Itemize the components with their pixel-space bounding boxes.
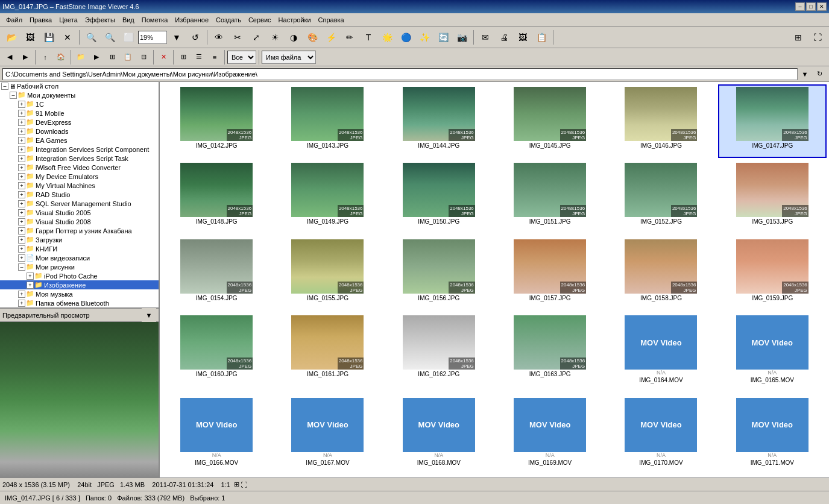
minimize-button[interactable]: – [795,2,805,11]
menu-colors[interactable]: Цвета [55,15,81,25]
address-dropdown-button[interactable]: ▼ [798,67,812,81]
back-button[interactable]: ◀ [2,50,17,65]
tree-expand-downloads[interactable]: + [18,128,25,135]
tree-expand-myvideos[interactable]: + [18,254,25,262]
sharpen-button[interactable]: ⚡ [322,29,340,46]
thumb-item-2[interactable]: 2048x1536JPEGIMG_0144.JPG [385,84,493,158]
resize-button[interactable]: ⤢ [247,29,265,46]
view-btn2[interactable]: 📋 [121,50,135,65]
menu-help[interactable]: Справка [315,15,348,25]
copy-button[interactable]: 📋 [532,29,550,46]
rotate-left-button[interactable]: ↺ [186,29,204,46]
tree-node-myvideos[interactable]: +📄Мои видеозаписи [0,253,159,262]
tree-expand-mydevice[interactable]: + [18,173,25,180]
thumb-item-21[interactable]: 2048x1536JPEGIMG_0163.JPG [496,313,604,392]
tree-node-mydevice[interactable]: +📁My Device Emulators [0,172,159,181]
tree-node-1c[interactable]: +📁1С [0,99,159,109]
tree-node-radstudio[interactable]: +📁RAD Studio [0,190,159,199]
tree-node-downloads[interactable]: +📁Downloads [0,127,159,136]
tree-node-eagames[interactable]: +📁EA Games [0,136,159,145]
wallpaper-button[interactable]: 🖼 [514,29,532,46]
refresh-button[interactable]: ↻ [812,67,827,81]
tree-expand-mydocs[interactable]: – [10,92,17,99]
thumb-item-5[interactable]: 2048x1536JPEGIMG_0147.JPG [718,84,827,158]
thumb-item-6[interactable]: 2048x1536JPEGIMG_0148.JPG [162,160,271,234]
tree-node-knigi[interactable]: +📁КНИГИ [0,244,159,253]
tree-node-desktop[interactable]: –🖥Рабочий стол [0,82,159,90]
thumb-item-3[interactable]: 2048x1536JPEGIMG_0145.JPG [496,84,604,158]
thumb-item-14[interactable]: 2048x1536JPEGIMG_0156.JPG [385,237,493,310]
thumb-item-4[interactable]: 2048x1536JPEGIMG_0146.JPG [607,84,715,158]
thumb-item-13[interactable]: 2048x1536JPEGIMG_0155.JPG [273,237,382,310]
text-button[interactable]: T [359,29,377,46]
zoom-arrow-button[interactable]: ▼ [168,29,186,46]
view-btn3[interactable]: ⊟ [136,50,151,65]
tree-node-izobrazhenie[interactable]: +📁Изображение [0,280,159,289]
grid-button[interactable]: ⊞ [789,29,807,46]
tree-expand-myvirtual[interactable]: + [18,182,25,189]
tree-node-harrypotter[interactable]: +📁Гарри Поттер и узник Азкабана [0,226,159,235]
fit-button[interactable]: ⬜ [119,29,137,46]
tree-expand-devexpress[interactable]: + [18,119,25,126]
tree-node-vs2005[interactable]: +📁Visual Studio 2005 [0,208,159,217]
menu-view[interactable]: Вид [119,15,138,25]
thumb-item-15[interactable]: 2048x1536JPEGIMG_0157.JPG [496,237,604,310]
thumb-item-26[interactable]: MOV VideoN/AIMG_0168.MOV [385,395,493,475]
color2-button[interactable]: 🔵 [397,29,415,46]
tree-expand-desktop[interactable]: – [1,83,8,90]
tree-node-iwisoft[interactable]: +📁iWisoft Free Video Converter [0,163,159,172]
menu-edit[interactable]: Правка [26,15,55,25]
thumb-item-20[interactable]: 2048x1536JPEGIMG_0162.JPG [385,313,493,392]
thumb-item-27[interactable]: MOV VideoN/AIMG_0169.MOV [496,395,604,475]
tree-node-vs2008[interactable]: +📁Visual Studio 2008 [0,217,159,226]
tree-expand-1c[interactable]: + [18,101,25,108]
compare-button[interactable]: ⊞ [105,50,119,65]
slideshow-button[interactable]: ▶ [89,50,104,65]
thumb-item-9[interactable]: 2048x1536JPEGIMG_0151.JPG [496,160,604,234]
fullscreen-button[interactable]: ⛶ [809,29,827,46]
menu-mark[interactable]: Пометка [138,15,172,25]
menu-file[interactable]: Файл [2,15,26,25]
list-button[interactable]: ☰ [192,50,206,65]
email-button[interactable]: ✉ [476,29,494,46]
thumb-item-29[interactable]: MOV VideoN/AIMG_0171.MOV [718,395,827,475]
up-button[interactable]: ↑ [38,50,52,65]
zoom-out-button[interactable]: 🔍 [101,29,119,46]
delete-button[interactable]: ✕ [156,50,171,65]
thumb-item-10[interactable]: 2048x1536JPEGIMG_0152.JPG [607,160,715,234]
thumb-item-16[interactable]: 2048x1536JPEGIMG_0158.JPG [607,237,715,310]
thumb-item-7[interactable]: 2048x1536JPEGIMG_0149.JPG [273,160,382,234]
zoom-in-button[interactable]: 🔍 [82,29,100,46]
sort-select[interactable]: Имя файла [262,51,316,64]
maximize-button[interactable]: □ [806,2,816,11]
tree-node-isst[interactable]: +📁Integration Services Script Task [0,154,159,163]
zoom-select[interactable] [138,31,167,44]
thumb-item-11[interactable]: 2048x1536JPEGIMG_0153.JPG [718,160,827,234]
home-button[interactable]: 🏠 [54,50,68,65]
tree-node-ipodphoto[interactable]: +📁iPod Photo Cache [0,271,159,280]
draw-button[interactable]: ✏ [341,29,359,46]
folder-button[interactable]: 📁 [74,50,88,65]
forward-button[interactable]: ▶ [18,50,33,65]
filter-select[interactable]: Все [227,51,256,64]
tree-node-mymusic[interactable]: +📁Моя музыка [0,289,159,298]
tree-expand-mypictures[interactable]: – [18,263,25,271]
tree-node-mydocs[interactable]: –📁Мои документы [0,90,159,99]
tree-expand-bluetooth[interactable]: + [18,300,25,307]
tree-expand-eagames[interactable]: + [18,137,25,144]
open-button[interactable]: 📂 [2,29,20,46]
tree-expand-harrypotter[interactable]: + [18,227,25,235]
menu-effects[interactable]: Эффекты [81,15,119,25]
menu-service[interactable]: Сервис [245,15,275,25]
contrast-button[interactable]: ◑ [285,29,303,46]
thumb-item-1[interactable]: 2048x1536JPEGIMG_0143.JPG [273,84,382,158]
tree-expand-issc[interactable]: + [18,146,25,153]
folder-tree[interactable]: –🖥Рабочий стол–📁Мои документы+📁1С+📁91 Mo… [0,82,159,309]
tree-node-issc[interactable]: +📁Integration Services Script Component [0,145,159,154]
menu-settings[interactable]: Настройки [275,15,315,25]
thumb-item-23[interactable]: MOV VideoN/AIMG_0165.MOV [718,313,827,392]
save-button[interactable]: 💾 [40,29,58,46]
transform-button[interactable]: 🔄 [434,29,452,46]
thumb-item-18[interactable]: 2048x1536JPEGIMG_0160.JPG [162,313,271,392]
tree-expand-ipodphoto[interactable]: + [27,272,34,280]
